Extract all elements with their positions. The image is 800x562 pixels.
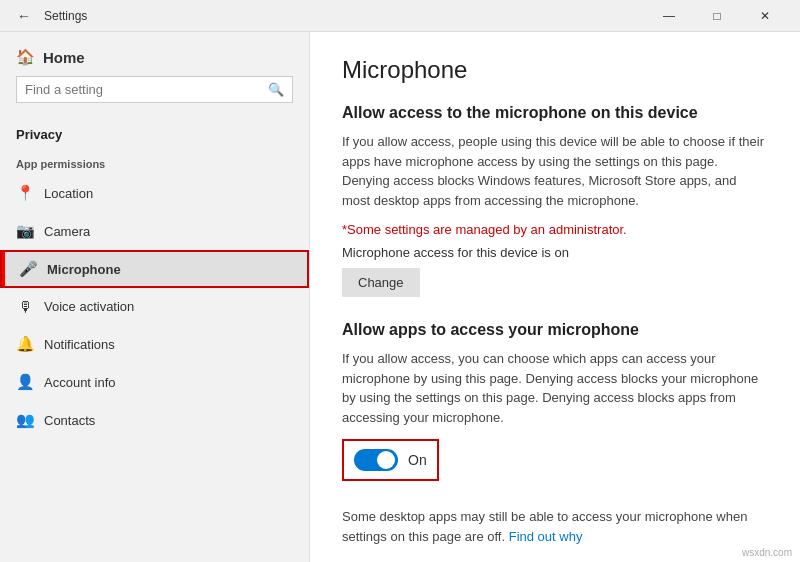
sidebar-item-contacts[interactable]: 👥 Contacts [0,401,309,439]
camera-icon: 📷 [16,222,34,240]
sidebar-item-notifications[interactable]: 🔔 Notifications [0,325,309,363]
sidebar-item-label: Camera [44,224,90,239]
sidebar: 🏠 Home 🔍 Privacy App permissions 📍 Locat… [0,32,310,562]
toggle-label: On [408,452,427,468]
section2-heading: Allow apps to access your microphone [342,321,768,339]
sidebar-item-label: Microphone [47,262,121,277]
sidebar-item-account-info[interactable]: 👤 Account info [0,363,309,401]
contacts-icon: 👥 [16,411,34,429]
sidebar-header: 🏠 Home 🔍 [0,32,309,123]
microphone-icon: 🎤 [19,260,37,278]
sidebar-item-label: Voice activation [44,299,134,314]
microphone-toggle[interactable] [354,449,398,471]
sidebar-item-label: Location [44,186,93,201]
titlebar: ← Settings — □ ✕ [0,0,800,32]
admin-warning: *Some settings are managed by an adminis… [342,222,768,237]
find-out-link[interactable]: Find out why [509,529,583,544]
home-icon: 🏠 [16,48,35,66]
account-icon: 👤 [16,373,34,391]
maximize-button[interactable]: □ [694,0,740,32]
back-button[interactable]: ← [12,4,36,28]
sidebar-item-camera[interactable]: 📷 Camera [0,212,309,250]
main-container: 🏠 Home 🔍 Privacy App permissions 📍 Locat… [0,32,800,562]
section1-description: If you allow access, people using this d… [342,132,768,210]
sidebar-item-location[interactable]: 📍 Location [0,174,309,212]
access-status: Microphone access for this device is on [342,245,768,260]
settings-title: 🏠 Home [16,48,293,66]
notifications-icon: 🔔 [16,335,34,353]
window-controls: — □ ✕ [646,0,788,32]
search-input[interactable] [25,82,268,97]
page-title: Microphone [342,56,768,84]
sidebar-item-microphone[interactable]: 🎤 Microphone [0,250,309,288]
privacy-label: Privacy [0,123,309,150]
search-icon: 🔍 [268,82,284,97]
content-area: Microphone Allow access to the microphon… [310,32,800,562]
section2-description: If you allow access, you can choose whic… [342,349,768,427]
sidebar-item-voice-activation[interactable]: 🎙 Voice activation [0,288,309,325]
search-box: 🔍 [16,76,293,103]
sidebar-item-label: Account info [44,375,116,390]
close-button[interactable]: ✕ [742,0,788,32]
titlebar-title: Settings [44,9,87,23]
change-button[interactable]: Change [342,268,420,297]
minimize-button[interactable]: — [646,0,692,32]
footer-note: Some desktop apps may still be able to a… [342,507,768,546]
sidebar-item-label: Contacts [44,413,95,428]
sidebar-item-label: Notifications [44,337,115,352]
toggle-row: On [342,439,439,481]
location-icon: 📍 [16,184,34,202]
voice-icon: 🎙 [16,298,34,315]
section1-heading: Allow access to the microphone on this d… [342,104,768,122]
app-permissions-label: App permissions [0,150,309,174]
watermark: wsxdn.com [742,547,792,558]
